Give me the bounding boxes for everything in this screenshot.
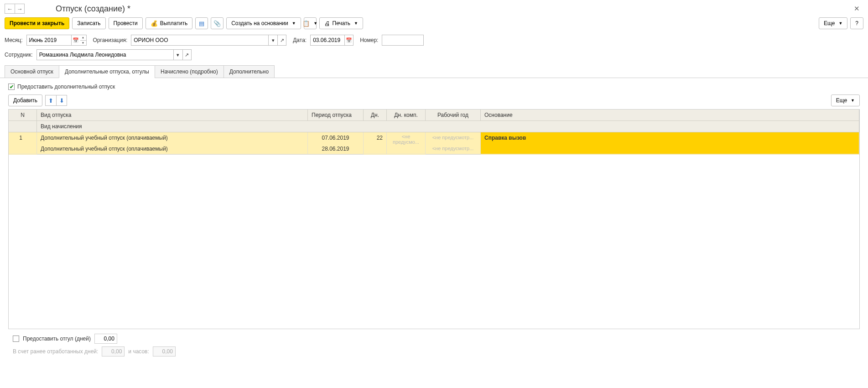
grid-header: N Вид отпуска Период отпуска Дн. Дн. ком… [9, 110, 859, 132]
timeoff-days-input[interactable] [94, 334, 117, 344]
employee-dropdown-button[interactable]: ▾ [173, 49, 182, 60]
print-icon [324, 20, 330, 27]
timeoff-checkbox[interactable] [13, 336, 19, 342]
cell-year2[interactable]: <не предусмотр... [426, 143, 481, 155]
col-base-header[interactable]: Основание [481, 110, 859, 121]
attach-button[interactable] [211, 17, 223, 29]
bottom-panel: Предоставить отгул (дней) В счет ранее о… [5, 329, 863, 361]
close-icon[interactable]: ✕ [850, 5, 863, 13]
table-more-button[interactable]: Еще▼ [831, 94, 860, 106]
prev-days-label: В счет ранее отработанных дней: [13, 348, 98, 355]
tab-extra[interactable]: Дополнительно [223, 65, 275, 78]
chevron-down-icon: ▼ [354, 21, 358, 26]
employee-open-button[interactable] [182, 49, 192, 60]
spinner-down-icon: ▼ [80, 41, 86, 46]
col-comp-header[interactable]: Дн. комп. [387, 110, 426, 121]
print-label: Печать [333, 20, 350, 26]
print-button[interactable]: Печать▼ [319, 17, 363, 29]
copy-button[interactable]: ▼ [304, 17, 317, 29]
chevron-down-icon: ▼ [292, 21, 296, 26]
timeoff-label: Предоставить отгул (дней) [23, 336, 91, 342]
provide-additional-row: Предоставить дополнительный отпуск [5, 82, 863, 92]
create-based-label: Создать на основании [231, 20, 288, 26]
tab-main[interactable]: Основной отпуск [5, 65, 59, 78]
money-icon [151, 20, 158, 27]
employee-input[interactable] [36, 49, 173, 60]
attach-icon [213, 20, 221, 27]
cell-n[interactable]: 1 [9, 132, 37, 154]
help-button[interactable]: ? [850, 17, 863, 29]
month-label: Месяц: [5, 37, 23, 43]
month-calendar-button[interactable] [71, 35, 80, 46]
prev-days-row: В счет ранее отработанных дней: и часов: [13, 346, 855, 357]
tab-accrued[interactable]: Начислено (подробно) [155, 65, 224, 78]
list-button[interactable] [195, 17, 208, 29]
col-n-header2 [9, 121, 37, 132]
date-label: Дата: [293, 37, 307, 43]
post-close-button[interactable]: Провести и закрыть [5, 17, 69, 29]
add-button[interactable]: Добавить [8, 94, 42, 106]
cell-period-to[interactable]: 28.06.2019 [308, 143, 364, 155]
number-input[interactable] [382, 35, 424, 46]
col-year-header[interactable]: Рабочий год [426, 110, 481, 121]
post-button[interactable]: Провести [109, 17, 143, 29]
nav-group: ← → [5, 4, 25, 14]
timeoff-row: Предоставить отгул (дней) [13, 334, 855, 344]
org-open-button[interactable] [277, 35, 286, 46]
number-label: Номер: [360, 37, 378, 43]
additional-panel: Предоставить дополнительный отпуск Добав… [0, 78, 868, 365]
grid-body[interactable]: 1 Дополнительный учебный отпуск (оплачив… [9, 132, 859, 329]
chevron-down-icon: ▼ [851, 98, 855, 103]
col-calc-type-header[interactable]: Вид начисления [37, 121, 859, 132]
col-type-header[interactable]: Вид отпуска [37, 110, 308, 121]
forward-button[interactable]: → [15, 4, 25, 14]
spinner-up-icon: ▲ [80, 35, 86, 41]
tab-additional[interactable]: Дополнительные отпуска, отгулы [59, 65, 155, 78]
col-period-header[interactable]: Период отпуска [308, 110, 364, 121]
create-based-button[interactable]: Создать на основании▼ [226, 17, 301, 29]
hours-input [153, 346, 176, 357]
col-n-header[interactable]: N [9, 110, 37, 121]
form-row-2: Сотрудник: ▾ [0, 48, 868, 61]
move-up-button[interactable]: ⬆ [45, 95, 56, 106]
hours-label: и часов: [128, 348, 149, 355]
prev-days-input [102, 346, 125, 357]
org-dropdown-button[interactable]: ▾ [268, 35, 277, 46]
command-toolbar: Провести и закрыть Записать Провести Вып… [0, 17, 868, 34]
table-row[interactable]: 1 Дополнительный учебный отпуск (оплачив… [9, 132, 859, 155]
page-title: Отпуск (создание) * [56, 4, 130, 14]
list-icon [199, 20, 204, 27]
pay-label: Выплатить [160, 20, 188, 26]
chevron-down-icon: ▼ [838, 21, 842, 26]
calendar-icon [73, 37, 79, 43]
date-calendar-button[interactable] [344, 35, 353, 46]
col-days-header[interactable]: Дн. [364, 110, 387, 121]
month-spinner[interactable]: ▲▼ [80, 35, 87, 46]
header-bar: ← → Отпуск (создание) * ✕ [0, 0, 868, 17]
save-button[interactable]: Записать [72, 17, 105, 29]
employee-label: Сотрудник: [5, 52, 33, 58]
form-row-1: Месяц: ▲▼ Организация: ▾ Дата: Номер: [0, 34, 868, 47]
copy-icon [302, 20, 310, 27]
date-input[interactable] [310, 35, 344, 46]
org-label: Организация: [93, 37, 128, 43]
org-input[interactable] [131, 35, 268, 46]
table-toolbar: Добавить ⬆ ⬇ Еще▼ [5, 92, 863, 109]
open-icon [185, 52, 189, 58]
tab-bar: Основной отпуск Дополнительные отпуска, … [0, 61, 868, 78]
back-button[interactable]: ← [5, 4, 15, 14]
provide-additional-label: Предоставить дополнительный отпуск [17, 84, 115, 90]
vacations-grid: N Вид отпуска Период отпуска Дн. Дн. ком… [8, 109, 860, 329]
more-label: Еще [824, 20, 835, 26]
move-down-button[interactable]: ⬇ [56, 95, 67, 106]
more-button[interactable]: Еще▼ [819, 17, 847, 29]
provide-additional-checkbox[interactable] [8, 84, 15, 90]
chevron-down-icon: ▼ [313, 21, 317, 26]
cell-calc-type[interactable]: Дополнительный учебный отпуск (оплачивае… [37, 143, 308, 155]
open-icon [280, 37, 284, 43]
table-more-label: Еще [836, 97, 847, 104]
month-input[interactable] [26, 35, 71, 46]
calendar-icon [346, 37, 352, 43]
pay-button[interactable]: Выплатить [146, 17, 193, 29]
